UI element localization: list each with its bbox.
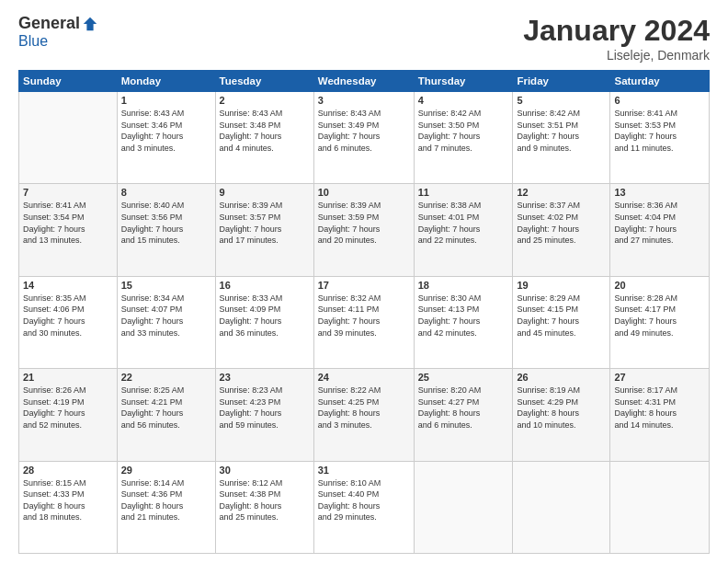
sunrise-text: Sunrise: 8:28 AM xyxy=(614,293,705,304)
calendar-cell: 11Sunrise: 8:38 AMSunset: 4:01 PMDayligh… xyxy=(414,184,513,276)
calendar-cell xyxy=(513,461,610,553)
day-info: Sunrise: 8:10 AMSunset: 4:40 PMDaylight:… xyxy=(318,477,410,523)
sunrise-text: Sunrise: 8:41 AM xyxy=(23,200,113,212)
daylight-text: Daylight: 7 hours xyxy=(318,131,410,143)
col-header-wednesday: Wednesday xyxy=(313,71,414,92)
calendar-cell: 1Sunrise: 8:43 AMSunset: 3:46 PMDaylight… xyxy=(117,92,215,184)
day-number: 26 xyxy=(517,372,606,383)
daylight-text: Daylight: 7 hours xyxy=(220,316,310,327)
daylight-text: Daylight: 7 hours xyxy=(121,131,211,143)
daylight-text: Daylight: 7 hours xyxy=(517,224,606,236)
location: Liseleje, Denmark xyxy=(523,48,710,63)
page: General Blue January 2024 Liseleje, Denm… xyxy=(0,0,728,563)
daylight-text: Daylight: 7 hours xyxy=(517,316,606,327)
sunrise-text: Sunrise: 8:39 AM xyxy=(318,200,410,212)
day-number: 24 xyxy=(318,372,410,383)
day-info: Sunrise: 8:42 AMSunset: 3:51 PMDaylight:… xyxy=(517,108,606,154)
daylight-text: Daylight: 8 hours xyxy=(220,500,310,512)
sunset-text: Sunset: 4:38 PM xyxy=(220,488,310,500)
calendar-cell xyxy=(19,92,118,184)
sunset-text: Sunset: 3:49 PM xyxy=(318,120,410,132)
daylight-text: Daylight: 7 hours xyxy=(23,224,113,236)
sunrise-text: Sunrise: 8:17 AM xyxy=(614,385,705,396)
calendar-cell: 9Sunrise: 8:39 AMSunset: 3:57 PMDaylight… xyxy=(215,184,313,276)
day-info: Sunrise: 8:23 AMSunset: 4:23 PMDaylight:… xyxy=(220,385,310,431)
day-info: Sunrise: 8:43 AMSunset: 3:49 PMDaylight:… xyxy=(318,108,410,154)
sunrise-text: Sunrise: 8:43 AM xyxy=(318,108,410,120)
daylight-text: and 27 minutes. xyxy=(614,235,705,247)
calendar-cell: 16Sunrise: 8:33 AMSunset: 4:09 PMDayligh… xyxy=(215,276,313,368)
title-block: January 2024 Liseleje, Denmark xyxy=(523,14,710,63)
day-info: Sunrise: 8:37 AMSunset: 4:02 PMDaylight:… xyxy=(517,200,606,246)
sunset-text: Sunset: 4:13 PM xyxy=(418,304,509,316)
sunrise-text: Sunrise: 8:34 AM xyxy=(121,293,211,304)
calendar-cell: 20Sunrise: 8:28 AMSunset: 4:17 PMDayligh… xyxy=(610,276,710,368)
day-info: Sunrise: 8:19 AMSunset: 4:29 PMDaylight:… xyxy=(517,385,606,431)
day-number: 11 xyxy=(418,187,509,198)
day-info: Sunrise: 8:22 AMSunset: 4:25 PMDaylight:… xyxy=(318,385,410,431)
sunrise-text: Sunrise: 8:39 AM xyxy=(220,200,310,212)
sunset-text: Sunset: 4:09 PM xyxy=(220,304,310,316)
calendar-cell: 14Sunrise: 8:35 AMSunset: 4:06 PMDayligh… xyxy=(19,276,118,368)
calendar-cell: 10Sunrise: 8:39 AMSunset: 3:59 PMDayligh… xyxy=(313,184,414,276)
calendar-cell: 2Sunrise: 8:43 AMSunset: 3:48 PMDaylight… xyxy=(215,92,313,184)
daylight-text: and 11 minutes. xyxy=(614,143,705,155)
day-info: Sunrise: 8:28 AMSunset: 4:17 PMDaylight:… xyxy=(614,293,705,339)
calendar-cell: 30Sunrise: 8:12 AMSunset: 4:38 PMDayligh… xyxy=(215,461,313,553)
day-number: 14 xyxy=(23,280,113,291)
calendar-cell: 28Sunrise: 8:15 AMSunset: 4:33 PMDayligh… xyxy=(19,461,118,553)
daylight-text: Daylight: 7 hours xyxy=(220,408,310,419)
day-info: Sunrise: 8:17 AMSunset: 4:31 PMDaylight:… xyxy=(614,385,705,431)
calendar-cell: 15Sunrise: 8:34 AMSunset: 4:07 PMDayligh… xyxy=(117,276,215,368)
calendar-cell: 29Sunrise: 8:14 AMSunset: 4:36 PMDayligh… xyxy=(117,461,215,553)
daylight-text: Daylight: 8 hours xyxy=(318,408,410,419)
sunrise-text: Sunrise: 8:22 AM xyxy=(318,385,410,396)
month-title: January 2024 xyxy=(523,14,710,48)
daylight-text: Daylight: 8 hours xyxy=(23,500,113,512)
day-number: 25 xyxy=(418,372,509,383)
day-info: Sunrise: 8:43 AMSunset: 3:46 PMDaylight:… xyxy=(121,108,211,154)
daylight-text: and 56 minutes. xyxy=(121,419,211,431)
sunrise-text: Sunrise: 8:37 AM xyxy=(517,200,606,212)
daylight-text: and 21 minutes. xyxy=(121,511,211,523)
svg-marker-0 xyxy=(84,17,97,29)
sunset-text: Sunset: 4:21 PM xyxy=(121,396,211,408)
day-number: 16 xyxy=(220,280,310,291)
daylight-text: and 17 minutes. xyxy=(220,235,310,247)
daylight-text: Daylight: 8 hours xyxy=(614,408,705,419)
sunrise-text: Sunrise: 8:29 AM xyxy=(517,293,606,304)
sunrise-text: Sunrise: 8:42 AM xyxy=(517,108,606,120)
calendar-cell: 12Sunrise: 8:37 AMSunset: 4:02 PMDayligh… xyxy=(513,184,610,276)
daylight-text: and 7 minutes. xyxy=(418,143,509,155)
day-info: Sunrise: 8:39 AMSunset: 3:59 PMDaylight:… xyxy=(318,200,410,246)
logo: General Blue xyxy=(18,14,98,50)
sunset-text: Sunset: 4:36 PM xyxy=(121,488,211,500)
day-number: 12 xyxy=(517,187,606,198)
sunrise-text: Sunrise: 8:20 AM xyxy=(418,385,509,396)
daylight-text: Daylight: 8 hours xyxy=(121,500,211,512)
calendar-cell: 27Sunrise: 8:17 AMSunset: 4:31 PMDayligh… xyxy=(610,369,710,461)
sunset-text: Sunset: 4:11 PM xyxy=(318,304,410,316)
daylight-text: and 13 minutes. xyxy=(23,235,113,247)
daylight-text: and 14 minutes. xyxy=(614,419,705,431)
daylight-text: and 30 minutes. xyxy=(23,327,113,339)
daylight-text: Daylight: 7 hours xyxy=(418,316,509,327)
sunset-text: Sunset: 4:40 PM xyxy=(318,488,410,500)
daylight-text: Daylight: 8 hours xyxy=(418,408,509,419)
sunset-text: Sunset: 3:48 PM xyxy=(220,120,310,132)
sunset-text: Sunset: 4:29 PM xyxy=(517,396,606,408)
daylight-text: Daylight: 7 hours xyxy=(418,131,509,143)
calendar-cell: 31Sunrise: 8:10 AMSunset: 4:40 PMDayligh… xyxy=(313,461,414,553)
daylight-text: Daylight: 7 hours xyxy=(23,408,113,419)
sunrise-text: Sunrise: 8:19 AM xyxy=(517,385,606,396)
day-info: Sunrise: 8:20 AMSunset: 4:27 PMDaylight:… xyxy=(418,385,509,431)
daylight-text: and 6 minutes. xyxy=(418,419,509,431)
day-number: 8 xyxy=(121,187,211,198)
week-row-3: 14Sunrise: 8:35 AMSunset: 4:06 PMDayligh… xyxy=(19,276,710,368)
daylight-text: Daylight: 7 hours xyxy=(318,224,410,236)
day-info: Sunrise: 8:41 AMSunset: 3:53 PMDaylight:… xyxy=(614,108,705,154)
calendar-cell: 23Sunrise: 8:23 AMSunset: 4:23 PMDayligh… xyxy=(215,369,313,461)
logo-general-text: General xyxy=(18,14,80,33)
day-info: Sunrise: 8:43 AMSunset: 3:48 PMDaylight:… xyxy=(220,108,310,154)
calendar-cell: 3Sunrise: 8:43 AMSunset: 3:49 PMDaylight… xyxy=(313,92,414,184)
